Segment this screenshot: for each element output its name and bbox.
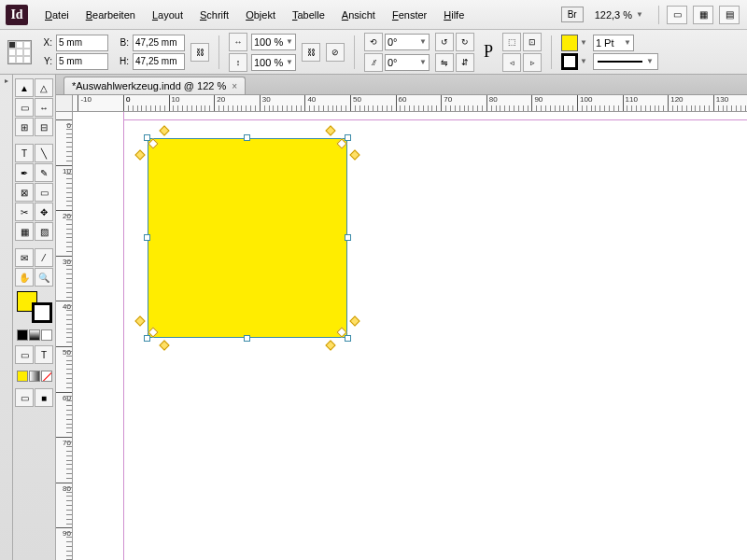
selection-tool[interactable]: ▲	[15, 78, 34, 97]
hand-tool[interactable]: ✋	[15, 268, 34, 287]
document-tab[interactable]: *Auswahlwerkzeug.indd @ 122 % ×	[63, 77, 246, 94]
rotation-input[interactable]: 0°▼	[385, 34, 430, 50]
view-mode-preview[interactable]: ■	[35, 388, 53, 407]
line-tool[interactable]: ╲	[35, 144, 53, 162]
y-input[interactable]: 5 mm	[56, 53, 108, 70]
shear-input[interactable]: 0°▼	[385, 54, 430, 71]
flip-v-icon[interactable]: ⇵	[456, 53, 474, 72]
workspace-button[interactable]: ▤	[719, 6, 740, 24]
horizontal-ruler[interactable]: 0102030405060708090100110120130140-100	[73, 95, 747, 112]
expand-dock-icon[interactable]: ▸	[5, 77, 8, 85]
dock-strip[interactable]: ▸	[0, 75, 13, 560]
corner-control-br-h[interactable]	[325, 340, 335, 350]
stroke-weight-input[interactable]: 1 Pt▼	[593, 35, 634, 51]
handle-top-right[interactable]	[345, 134, 351, 141]
gap-tool[interactable]: ↔	[35, 98, 53, 117]
eyedropper-tool[interactable]: ⁄	[35, 248, 53, 267]
note-tool[interactable]: ✉	[15, 248, 34, 267]
chevron-down-icon: ▼	[636, 10, 643, 19]
fill-stroke-control[interactable]	[17, 291, 52, 323]
pen-tool[interactable]: ✒	[15, 163, 34, 182]
ruler-origin[interactable]	[56, 95, 73, 112]
handle-top-mid[interactable]	[244, 134, 250, 141]
canvas[interactable]	[73, 112, 747, 560]
zoom-tool[interactable]: 🔍	[35, 268, 53, 287]
content-placer-tool[interactable]: ⊟	[35, 118, 53, 136]
zoom-level[interactable]: 122,3 %▼	[589, 7, 649, 22]
rectangle-frame-tool[interactable]: ⊠	[15, 183, 34, 202]
corner-control-tr-v[interactable]	[349, 149, 359, 160]
clear-transform-icon[interactable]: ⊘	[326, 43, 345, 62]
select-next-icon[interactable]: ▹	[523, 53, 542, 72]
flip-h-icon[interactable]: ⇋	[435, 53, 454, 72]
menu-objekt[interactable]: Objekt	[238, 6, 283, 24]
fill-color-swatch[interactable]	[561, 35, 578, 51]
corner-control-bl-h[interactable]	[159, 340, 169, 350]
formatting-container-icon[interactable]: ▭	[15, 345, 34, 364]
menu-hilfe[interactable]: Hilfe	[436, 6, 472, 24]
content-collector-tool[interactable]: ⊞	[15, 118, 34, 136]
rotate-cw-icon[interactable]: ↻	[456, 33, 474, 51]
view-mode-normal[interactable]: ▭	[15, 388, 34, 407]
corner-control-tl-v[interactable]	[134, 149, 145, 160]
pencil-tool[interactable]: ✎	[35, 163, 53, 182]
constrain-wh-icon[interactable]: ⛓	[190, 43, 209, 62]
menu-tabelle[interactable]: Tabelle	[285, 6, 332, 24]
apply-gradient-icon[interactable]	[29, 329, 40, 341]
rotation-icon: ⟲	[364, 33, 383, 51]
handle-mid-left[interactable]	[144, 234, 150, 241]
handle-bottom-mid[interactable]	[244, 335, 250, 342]
corner-control-tr-h[interactable]	[325, 125, 335, 135]
menu-ansicht[interactable]: Ansicht	[334, 6, 383, 24]
stroke-style-select[interactable]: ▼	[593, 53, 658, 70]
scale-x-input[interactable]: 100 %▼	[251, 34, 296, 50]
handle-bottom-right[interactable]	[345, 335, 351, 342]
screen-mode-button[interactable]: ▭	[667, 6, 687, 24]
menu-datei[interactable]: Datei	[37, 6, 77, 24]
direct-selection-tool[interactable]: △	[35, 78, 53, 97]
vertical-ruler[interactable]: 0102030405060708090	[56, 112, 73, 560]
stroke-color-swatch[interactable]	[561, 53, 578, 70]
color-mode-yellow[interactable]	[17, 371, 28, 382]
handle-mid-right[interactable]	[345, 234, 351, 241]
menu-schrift[interactable]: Schrift	[192, 6, 236, 24]
menu-layout[interactable]: Layout	[145, 6, 190, 24]
stroke-dropdown-icon[interactable]: ▼	[580, 57, 587, 65]
stroke-square[interactable]	[32, 302, 52, 323]
free-transform-tool[interactable]: ✥	[35, 203, 53, 221]
close-tab-icon[interactable]: ×	[232, 81, 237, 91]
color-mode-gradient[interactable]	[29, 371, 40, 382]
corner-control-bl-v[interactable]	[134, 315, 145, 326]
reference-point-grid[interactable]	[7, 40, 32, 64]
type-tool[interactable]: T	[15, 144, 34, 162]
constrain-scale-icon[interactable]: ⛓	[302, 43, 320, 62]
gradient-feather-tool[interactable]: ▨	[35, 222, 53, 241]
corner-control-tl-h[interactable]	[159, 125, 169, 135]
height-input[interactable]: 47,25 mm	[133, 53, 185, 70]
corner-control-br-v[interactable]	[349, 315, 359, 326]
arrange-button[interactable]: ▦	[693, 6, 713, 24]
rotate-ccw-icon[interactable]: ↺	[435, 33, 454, 51]
scissors-tool[interactable]: ✂	[15, 203, 34, 221]
page-tool[interactable]: ▭	[15, 98, 34, 117]
scale-y-input[interactable]: 100 %▼	[251, 54, 296, 71]
width-input[interactable]: 47,25 mm	[133, 35, 185, 51]
formatting-text-icon[interactable]: T	[35, 345, 53, 364]
handle-top-left[interactable]	[144, 134, 150, 141]
select-container-icon[interactable]: ⬚	[502, 33, 521, 51]
color-mode-none[interactable]	[41, 371, 52, 382]
gradient-swatch-tool[interactable]: ▦	[15, 222, 34, 241]
x-input[interactable]: 5 mm	[56, 35, 108, 51]
apply-none-icon[interactable]	[41, 329, 52, 341]
select-prev-icon[interactable]: ◃	[502, 53, 521, 72]
select-content-icon[interactable]: ⊡	[523, 33, 542, 51]
apply-color-icon[interactable]	[17, 329, 28, 341]
rectangle-tool[interactable]: ▭	[35, 183, 53, 202]
fill-dropdown-icon[interactable]: ▼	[580, 38, 587, 47]
h-label: H:	[114, 56, 129, 66]
menu-fenster[interactable]: Fenster	[385, 6, 434, 24]
menu-bearbeiten[interactable]: Bearbeiten	[78, 6, 143, 24]
selected-rectangle-frame[interactable]	[148, 138, 347, 338]
handle-bottom-left[interactable]	[144, 335, 150, 342]
bridge-button[interactable]: Br	[561, 7, 584, 22]
